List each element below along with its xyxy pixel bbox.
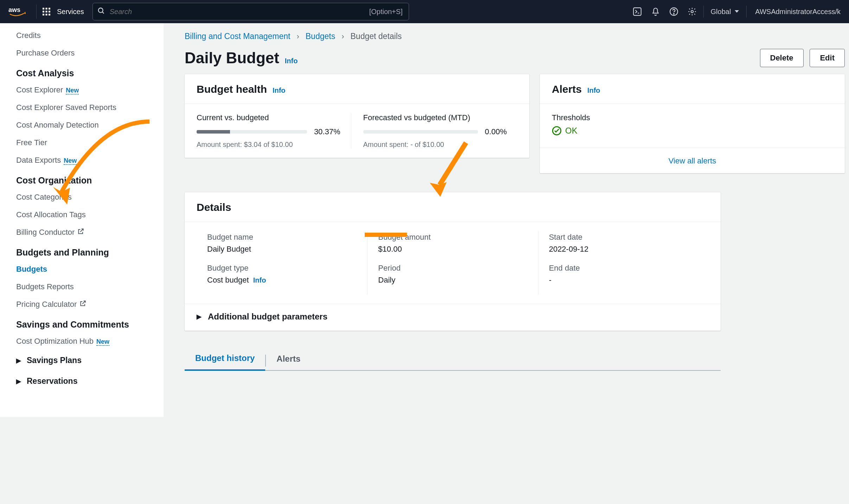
- sidebar-item-data-exports[interactable]: Data ExportsNew: [16, 151, 164, 169]
- sidebar-item-free-tier[interactable]: Free Tier: [16, 134, 164, 151]
- forecast-progress-bar: [363, 130, 478, 134]
- thresholds-label: Thresholds: [552, 113, 833, 122]
- new-badge: New: [64, 157, 77, 165]
- search-icon: [97, 7, 105, 17]
- sidebar-item-budgets-reports[interactable]: Budgets Reports: [16, 278, 164, 296]
- status-ok-icon: [552, 126, 562, 136]
- sidebar-section-budgets: Budgets and Planning: [16, 241, 164, 260]
- sidebar-item-label: Cost Explorer: [16, 85, 63, 94]
- period-value: Daily: [378, 276, 527, 285]
- svg-rect-2: [46, 8, 47, 9]
- budget-health-heading: Budget health: [197, 83, 267, 95]
- new-badge: New: [96, 338, 109, 346]
- svg-rect-4: [43, 11, 44, 13]
- sidebar-item-cost-opt-hub[interactable]: Cost Optimization HubNew: [16, 332, 164, 350]
- budget-name-label: Budget name: [207, 233, 357, 242]
- page-title: Daily Budget: [185, 49, 279, 66]
- svg-text:aws: aws: [8, 6, 20, 13]
- svg-rect-5: [46, 11, 47, 13]
- budget-name-value: Daily Budget: [207, 245, 357, 254]
- details-card: Details Budget name Daily Budget Budget …: [185, 192, 721, 331]
- sidebar-item-budgets[interactable]: Budgets: [16, 260, 164, 278]
- sidebar-item-label: Pricing Calculator: [16, 300, 77, 309]
- caret-right-icon: ▶: [16, 377, 21, 385]
- chevron-right-icon: ›: [341, 32, 344, 41]
- sidebar: Credits Purchase Orders Cost Analysis Co…: [0, 23, 164, 417]
- cloudshell-icon[interactable]: [628, 5, 646, 19]
- sidebar-collapse-reservations[interactable]: ▶Reservations: [16, 371, 164, 392]
- caret-right-icon: ▶: [197, 313, 202, 321]
- budget-type-label: Budget type: [207, 264, 357, 273]
- budget-amount-label: Budget amount: [378, 233, 527, 242]
- forecast-amount-spent: Amount spent: - of $10.00: [363, 141, 507, 149]
- budget-health-info-link[interactable]: Info: [273, 86, 286, 94]
- account-menu[interactable]: AWSAdministratorAccess/k: [749, 8, 847, 16]
- alerts-heading: Alerts: [552, 83, 582, 95]
- sidebar-item-billing-conductor[interactable]: Billing Conductor: [16, 224, 164, 241]
- details-heading: Details: [197, 201, 231, 213]
- current-vs-budgeted-label: Current vs. budgeted: [197, 113, 340, 122]
- delete-button[interactable]: Delete: [760, 49, 804, 67]
- settings-icon[interactable]: [683, 5, 701, 19]
- start-date-label: Start date: [549, 233, 698, 242]
- region-selector[interactable]: Global: [706, 8, 745, 16]
- chevron-right-icon: ›: [296, 32, 299, 41]
- sidebar-item-cost-categories[interactable]: Cost Categories: [16, 188, 164, 206]
- additional-params-expander[interactable]: ▶ Additional budget parameters: [185, 304, 721, 331]
- breadcrumb-current: Budget details: [351, 32, 402, 41]
- title-info-link[interactable]: Info: [285, 57, 298, 65]
- current-amount-spent: Amount spent: $3.04 of $10.00: [197, 141, 340, 149]
- sidebar-item-anomaly[interactable]: Cost Anomaly Detection: [16, 116, 164, 134]
- budget-type-value: Cost budget: [207, 276, 249, 284]
- threshold-status: OK: [552, 126, 833, 136]
- help-icon[interactable]: [665, 5, 683, 19]
- svg-rect-8: [46, 14, 47, 15]
- sidebar-item-pricing-calculator[interactable]: Pricing Calculator: [16, 296, 164, 313]
- sidebar-item-purchase-orders[interactable]: Purchase Orders: [16, 44, 164, 62]
- main-content: Billing and Cost Management › Budgets › …: [164, 23, 849, 417]
- additional-params-label: Additional budget parameters: [208, 312, 327, 322]
- forecast-percent: 0.00%: [485, 127, 507, 136]
- search-input[interactable]: [92, 3, 409, 20]
- sidebar-item-cost-explorer[interactable]: Cost ExplorerNew: [16, 81, 164, 99]
- external-icon: [79, 300, 87, 309]
- sidebar-item-label: Billing Conductor: [16, 228, 75, 237]
- sidebar-item-label: Cost Optimization Hub: [16, 337, 94, 345]
- tabs: Budget history Alerts: [185, 348, 721, 371]
- services-link[interactable]: Services: [57, 8, 84, 16]
- sidebar-section-cost-org: Cost Organization: [16, 169, 164, 188]
- aws-logo[interactable]: aws: [0, 5, 37, 19]
- budget-type-info-link[interactable]: Info: [253, 276, 266, 284]
- tab-alerts[interactable]: Alerts: [266, 348, 311, 370]
- svg-rect-3: [49, 8, 50, 9]
- sidebar-item-label: Reservations: [27, 376, 77, 386]
- sidebar-section-cost-analysis: Cost Analysis: [16, 62, 164, 81]
- svg-rect-6: [49, 11, 50, 13]
- sidebar-item-saved-reports[interactable]: Cost Explorer Saved Reports: [16, 99, 164, 116]
- sidebar-collapse-savings-plans[interactable]: ▶Savings Plans: [16, 350, 164, 371]
- breadcrumb-root[interactable]: Billing and Cost Management: [185, 32, 290, 41]
- external-icon: [77, 228, 84, 237]
- budget-health-card: Budget health Info Current vs. budgeted …: [185, 74, 529, 158]
- alerts-info-link[interactable]: Info: [587, 86, 600, 94]
- chevron-down-icon: [734, 10, 739, 13]
- start-date-value: 2022-09-12: [549, 245, 698, 254]
- forecast-vs-budgeted-label: Forecasted vs budgeted (MTD): [363, 113, 507, 122]
- edit-button[interactable]: Edit: [810, 49, 845, 67]
- search-shortcut-hint: [Option+S]: [369, 8, 403, 16]
- alerts-card: Alerts Info Thresholds OK View all alert…: [540, 74, 845, 173]
- svg-point-15: [673, 13, 674, 14]
- end-date-value: -: [549, 276, 698, 285]
- notifications-icon[interactable]: [646, 5, 665, 19]
- svg-rect-7: [43, 14, 44, 15]
- sidebar-item-credits[interactable]: Credits: [16, 27, 164, 44]
- breadcrumb-budgets[interactable]: Budgets: [306, 32, 335, 41]
- caret-right-icon: ▶: [16, 357, 21, 364]
- tab-budget-history[interactable]: Budget history: [185, 348, 265, 371]
- services-grid-icon[interactable]: [41, 6, 52, 17]
- sidebar-item-label: Data Exports: [16, 156, 61, 164]
- svg-line-11: [102, 12, 104, 13]
- svg-rect-1: [43, 8, 44, 9]
- view-all-alerts-link[interactable]: View all alerts: [669, 156, 716, 165]
- sidebar-item-cost-allocation-tags[interactable]: Cost Allocation Tags: [16, 206, 164, 224]
